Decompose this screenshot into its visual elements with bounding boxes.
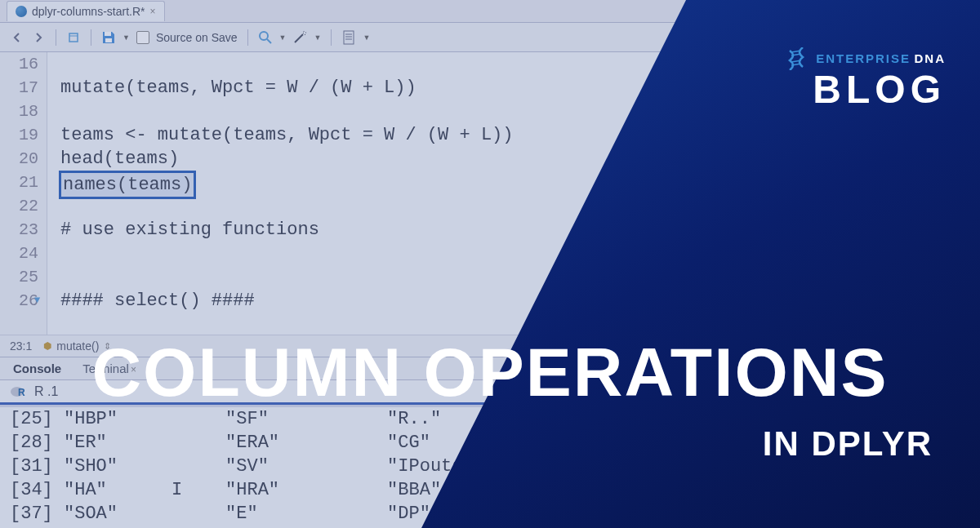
brand-enterprise: ENTERPRISE	[816, 51, 911, 65]
hero-subtitle: IN DPLYR	[763, 424, 933, 464]
brand-dna: DNA	[915, 51, 947, 65]
hero-title: COLUMN OPERATIONS	[91, 333, 888, 412]
brand-blog: BLOG	[785, 67, 946, 112]
dna-icon	[785, 47, 808, 70]
brand-block: ENTERPRISE DNA BLOG	[785, 47, 946, 112]
